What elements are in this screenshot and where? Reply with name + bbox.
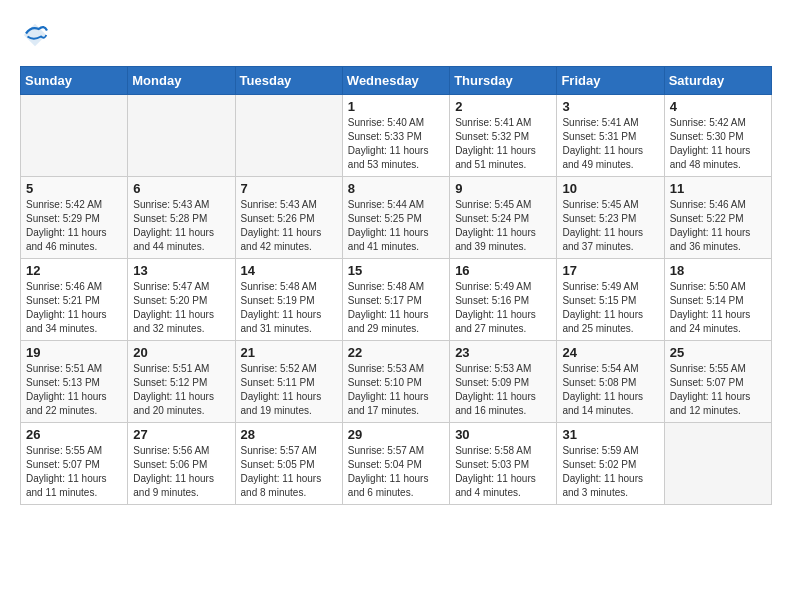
day-info: Sunrise: 5:49 AM Sunset: 5:16 PM Dayligh… <box>455 280 551 336</box>
day-info: Sunrise: 5:42 AM Sunset: 5:29 PM Dayligh… <box>26 198 122 254</box>
day-info: Sunrise: 5:49 AM Sunset: 5:15 PM Dayligh… <box>562 280 658 336</box>
day-info: Sunrise: 5:51 AM Sunset: 5:12 PM Dayligh… <box>133 362 229 418</box>
day-info: Sunrise: 5:54 AM Sunset: 5:08 PM Dayligh… <box>562 362 658 418</box>
day-info: Sunrise: 5:40 AM Sunset: 5:33 PM Dayligh… <box>348 116 444 172</box>
day-number: 11 <box>670 181 766 196</box>
day-number: 21 <box>241 345 337 360</box>
calendar-cell: 26Sunrise: 5:55 AM Sunset: 5:07 PM Dayli… <box>21 423 128 505</box>
calendar-cell <box>128 95 235 177</box>
day-number: 23 <box>455 345 551 360</box>
calendar-cell <box>21 95 128 177</box>
calendar-week-row: 1Sunrise: 5:40 AM Sunset: 5:33 PM Daylig… <box>21 95 772 177</box>
day-info: Sunrise: 5:43 AM Sunset: 5:26 PM Dayligh… <box>241 198 337 254</box>
day-info: Sunrise: 5:41 AM Sunset: 5:31 PM Dayligh… <box>562 116 658 172</box>
calendar-cell: 28Sunrise: 5:57 AM Sunset: 5:05 PM Dayli… <box>235 423 342 505</box>
calendar-cell: 23Sunrise: 5:53 AM Sunset: 5:09 PM Dayli… <box>450 341 557 423</box>
day-info: Sunrise: 5:57 AM Sunset: 5:05 PM Dayligh… <box>241 444 337 500</box>
calendar-cell: 25Sunrise: 5:55 AM Sunset: 5:07 PM Dayli… <box>664 341 771 423</box>
day-info: Sunrise: 5:42 AM Sunset: 5:30 PM Dayligh… <box>670 116 766 172</box>
calendar-week-row: 5Sunrise: 5:42 AM Sunset: 5:29 PM Daylig… <box>21 177 772 259</box>
day-header-saturday: Saturday <box>664 67 771 95</box>
day-header-thursday: Thursday <box>450 67 557 95</box>
calendar-cell: 27Sunrise: 5:56 AM Sunset: 5:06 PM Dayli… <box>128 423 235 505</box>
day-number: 18 <box>670 263 766 278</box>
day-info: Sunrise: 5:53 AM Sunset: 5:10 PM Dayligh… <box>348 362 444 418</box>
day-number: 1 <box>348 99 444 114</box>
day-number: 19 <box>26 345 122 360</box>
logo-icon <box>20 20 50 50</box>
calendar-cell: 18Sunrise: 5:50 AM Sunset: 5:14 PM Dayli… <box>664 259 771 341</box>
day-number: 25 <box>670 345 766 360</box>
day-info: Sunrise: 5:48 AM Sunset: 5:17 PM Dayligh… <box>348 280 444 336</box>
day-number: 2 <box>455 99 551 114</box>
calendar-cell: 2Sunrise: 5:41 AM Sunset: 5:32 PM Daylig… <box>450 95 557 177</box>
day-info: Sunrise: 5:44 AM Sunset: 5:25 PM Dayligh… <box>348 198 444 254</box>
calendar-cell: 24Sunrise: 5:54 AM Sunset: 5:08 PM Dayli… <box>557 341 664 423</box>
calendar-header-row: SundayMondayTuesdayWednesdayThursdayFrid… <box>21 67 772 95</box>
day-number: 13 <box>133 263 229 278</box>
day-info: Sunrise: 5:45 AM Sunset: 5:24 PM Dayligh… <box>455 198 551 254</box>
day-info: Sunrise: 5:41 AM Sunset: 5:32 PM Dayligh… <box>455 116 551 172</box>
calendar-cell: 6Sunrise: 5:43 AM Sunset: 5:28 PM Daylig… <box>128 177 235 259</box>
calendar-week-row: 26Sunrise: 5:55 AM Sunset: 5:07 PM Dayli… <box>21 423 772 505</box>
day-info: Sunrise: 5:51 AM Sunset: 5:13 PM Dayligh… <box>26 362 122 418</box>
day-info: Sunrise: 5:57 AM Sunset: 5:04 PM Dayligh… <box>348 444 444 500</box>
day-info: Sunrise: 5:59 AM Sunset: 5:02 PM Dayligh… <box>562 444 658 500</box>
day-number: 4 <box>670 99 766 114</box>
day-number: 9 <box>455 181 551 196</box>
calendar-cell: 1Sunrise: 5:40 AM Sunset: 5:33 PM Daylig… <box>342 95 449 177</box>
day-info: Sunrise: 5:46 AM Sunset: 5:21 PM Dayligh… <box>26 280 122 336</box>
day-number: 20 <box>133 345 229 360</box>
calendar-cell: 12Sunrise: 5:46 AM Sunset: 5:21 PM Dayli… <box>21 259 128 341</box>
calendar-cell: 15Sunrise: 5:48 AM Sunset: 5:17 PM Dayli… <box>342 259 449 341</box>
calendar-cell: 31Sunrise: 5:59 AM Sunset: 5:02 PM Dayli… <box>557 423 664 505</box>
calendar-cell: 5Sunrise: 5:42 AM Sunset: 5:29 PM Daylig… <box>21 177 128 259</box>
calendar-cell: 16Sunrise: 5:49 AM Sunset: 5:16 PM Dayli… <box>450 259 557 341</box>
day-header-tuesday: Tuesday <box>235 67 342 95</box>
calendar-week-row: 19Sunrise: 5:51 AM Sunset: 5:13 PM Dayli… <box>21 341 772 423</box>
calendar-cell: 29Sunrise: 5:57 AM Sunset: 5:04 PM Dayli… <box>342 423 449 505</box>
day-number: 7 <box>241 181 337 196</box>
calendar-cell: 20Sunrise: 5:51 AM Sunset: 5:12 PM Dayli… <box>128 341 235 423</box>
day-info: Sunrise: 5:43 AM Sunset: 5:28 PM Dayligh… <box>133 198 229 254</box>
day-info: Sunrise: 5:45 AM Sunset: 5:23 PM Dayligh… <box>562 198 658 254</box>
day-number: 6 <box>133 181 229 196</box>
calendar-cell: 8Sunrise: 5:44 AM Sunset: 5:25 PM Daylig… <box>342 177 449 259</box>
calendar-cell: 9Sunrise: 5:45 AM Sunset: 5:24 PM Daylig… <box>450 177 557 259</box>
day-number: 30 <box>455 427 551 442</box>
day-number: 26 <box>26 427 122 442</box>
day-number: 27 <box>133 427 229 442</box>
calendar-cell: 17Sunrise: 5:49 AM Sunset: 5:15 PM Dayli… <box>557 259 664 341</box>
day-number: 15 <box>348 263 444 278</box>
calendar-cell: 22Sunrise: 5:53 AM Sunset: 5:10 PM Dayli… <box>342 341 449 423</box>
day-info: Sunrise: 5:55 AM Sunset: 5:07 PM Dayligh… <box>26 444 122 500</box>
calendar-cell: 10Sunrise: 5:45 AM Sunset: 5:23 PM Dayli… <box>557 177 664 259</box>
calendar-table: SundayMondayTuesdayWednesdayThursdayFrid… <box>20 66 772 505</box>
day-info: Sunrise: 5:48 AM Sunset: 5:19 PM Dayligh… <box>241 280 337 336</box>
day-info: Sunrise: 5:46 AM Sunset: 5:22 PM Dayligh… <box>670 198 766 254</box>
day-info: Sunrise: 5:47 AM Sunset: 5:20 PM Dayligh… <box>133 280 229 336</box>
day-number: 3 <box>562 99 658 114</box>
calendar-cell: 13Sunrise: 5:47 AM Sunset: 5:20 PM Dayli… <box>128 259 235 341</box>
day-number: 17 <box>562 263 658 278</box>
day-header-monday: Monday <box>128 67 235 95</box>
day-number: 5 <box>26 181 122 196</box>
calendar-cell: 19Sunrise: 5:51 AM Sunset: 5:13 PM Dayli… <box>21 341 128 423</box>
calendar-week-row: 12Sunrise: 5:46 AM Sunset: 5:21 PM Dayli… <box>21 259 772 341</box>
day-header-friday: Friday <box>557 67 664 95</box>
day-header-sunday: Sunday <box>21 67 128 95</box>
day-number: 12 <box>26 263 122 278</box>
day-number: 31 <box>562 427 658 442</box>
day-header-wednesday: Wednesday <box>342 67 449 95</box>
calendar-cell: 30Sunrise: 5:58 AM Sunset: 5:03 PM Dayli… <box>450 423 557 505</box>
day-number: 24 <box>562 345 658 360</box>
day-number: 10 <box>562 181 658 196</box>
day-info: Sunrise: 5:50 AM Sunset: 5:14 PM Dayligh… <box>670 280 766 336</box>
page-header <box>20 20 772 50</box>
logo <box>20 20 54 50</box>
day-info: Sunrise: 5:53 AM Sunset: 5:09 PM Dayligh… <box>455 362 551 418</box>
calendar-cell: 21Sunrise: 5:52 AM Sunset: 5:11 PM Dayli… <box>235 341 342 423</box>
day-number: 22 <box>348 345 444 360</box>
calendar-cell: 11Sunrise: 5:46 AM Sunset: 5:22 PM Dayli… <box>664 177 771 259</box>
calendar-cell: 3Sunrise: 5:41 AM Sunset: 5:31 PM Daylig… <box>557 95 664 177</box>
